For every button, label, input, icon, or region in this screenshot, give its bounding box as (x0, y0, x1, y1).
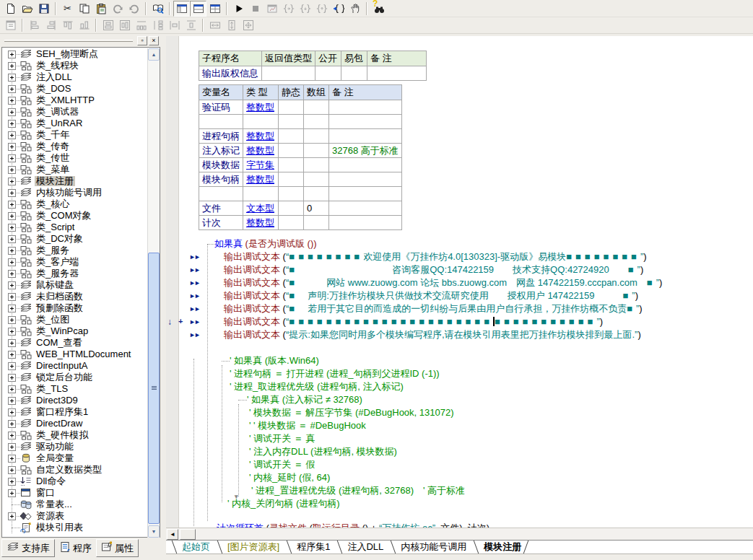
tree-item[interactable]: 类_服务器 (3, 268, 147, 279)
doc-tab[interactable]: 内核功能号调用 (391, 541, 474, 554)
tree-item[interactable]: 类_TLS (3, 383, 147, 395)
tree-item[interactable]: 类_位图 (3, 314, 147, 325)
expand-icon[interactable] (8, 85, 16, 93)
type-link[interactable]: 文本型 (246, 203, 274, 214)
cell[interactable]: 字节集 (243, 158, 279, 172)
cell[interactable]: 整数型 (243, 129, 279, 144)
code-line[interactable]: ' 调试开关 ＝ 假 (249, 458, 315, 471)
code-line[interactable]: 输出调试文本 (“■ 声明:万挂作坊模块只供做技术交流研究使用 授权用户 147… (224, 289, 638, 302)
dbgwin-button[interactable] (264, 1, 280, 17)
formwin-button[interactable] (2, 17, 19, 33)
brace1-button[interactable] (280, 1, 297, 17)
expand-icon[interactable] (8, 235, 16, 243)
tree-item[interactable]: 类_客户端 (3, 256, 147, 268)
code-line[interactable]: ' 进程_取进程优先级 (进程句柄, 注入标记) (230, 380, 404, 393)
copy-button[interactable] (76, 1, 92, 17)
tree-scrollbar[interactable]: ▲ ▼ (147, 48, 160, 538)
tree-item[interactable]: 窗口 (3, 487, 147, 499)
code-line[interactable]: 输出调试文本 (“■■■■■■■■■■■■■■■■■■■■■■■■■■■■■■■… (224, 315, 603, 328)
open-button[interactable] (19, 1, 35, 17)
cell[interactable]: 整数型 (243, 216, 279, 230)
tree-item[interactable]: 类_XMLHTTP (3, 95, 147, 106)
expand-icon[interactable] (8, 455, 16, 463)
expand-icon[interactable] (8, 489, 16, 497)
paste-button[interactable] (92, 1, 109, 17)
tree-item[interactable]: 预删除函数 (3, 302, 147, 314)
tree-item[interactable]: 窗口程序集1 (3, 406, 147, 418)
expand-icon[interactable] (8, 443, 16, 451)
code-line[interactable]: 输出调试文本 (“■■■■■■■■欢迎使用《万挂作坊4.0[130323]-驱动… (224, 250, 647, 263)
expand-icon[interactable] (8, 51, 16, 58)
tree-item[interactable]: 类_线程块 (3, 60, 147, 71)
panel-tab-支持库[interactable]: 支持库 (1, 539, 55, 557)
cell[interactable]: 整数型 (243, 144, 279, 158)
helpfind-button[interactable]: ? (370, 1, 387, 17)
panel-tab-程序[interactable]: 程序 (55, 539, 96, 557)
arrH-button[interactable] (133, 17, 149, 33)
expand-icon[interactable] (8, 374, 16, 382)
tree-item[interactable]: SEH_物理断点 (3, 48, 147, 60)
doc-tab[interactable]: 模块注册 (474, 541, 528, 554)
expand-icon[interactable] (8, 328, 16, 336)
code-line[interactable]: 输出调试文本 (“提示:如果您同时用多个模块编写程序,请在模块引用表里把万挂作坊… (224, 328, 641, 341)
expand-icon[interactable] (8, 339, 16, 347)
cut-button[interactable]: ✂ (59, 1, 76, 17)
expand-icon[interactable] (8, 316, 16, 324)
code-line[interactable]: ' 内核_延时 (假, 64) (249, 471, 330, 484)
tree-item[interactable]: WEB_HTMLDocument (3, 349, 147, 360)
run-button[interactable] (230, 1, 247, 17)
expand-icon[interactable] (8, 108, 16, 116)
expand-icon[interactable] (8, 466, 16, 474)
cell[interactable]: 整数型 (243, 100, 279, 115)
tree-item[interactable]: 类_WinPcap (3, 325, 147, 337)
expand-icon[interactable] (8, 166, 16, 174)
expand-icon[interactable] (8, 408, 16, 416)
scroll-left-button[interactable]: ◄ (167, 529, 178, 540)
type-link[interactable]: 整数型 (246, 174, 274, 185)
expand-icon[interactable] (8, 432, 16, 439)
save-button[interactable] (35, 1, 52, 17)
new-button[interactable] (2, 1, 19, 17)
scroll-up-button[interactable]: ▲ (148, 48, 160, 61)
tree-item[interactable]: 内核功能号调用 (3, 187, 147, 198)
tree-item[interactable]: 类_Script (3, 222, 147, 233)
tree-item[interactable]: 类_千年 (3, 129, 147, 141)
code-line[interactable]: ' ' 模块数据 ＝ #DeBugHook (249, 419, 366, 432)
expand-icon[interactable] (8, 189, 16, 197)
expand-icon[interactable] (8, 74, 16, 82)
panel-splitter[interactable] (160, 36, 166, 560)
expand-icon[interactable] (8, 258, 16, 266)
code-line[interactable]: ' 进程句柄 ＝ 打开进程 (进程_句柄到父进程ID (-1)) (230, 367, 440, 380)
tree-item[interactable]: 类_调试器 (3, 106, 147, 118)
tree-item[interactable]: Dll命令 (3, 476, 147, 487)
tree-item[interactable]: 驱动功能 (3, 441, 147, 452)
code-line[interactable]: ' 模块数据 ＝ 解压字节集 (#DeBugHook, 131072) (249, 406, 454, 419)
tree-item[interactable]: 鼠标键盘 (3, 279, 147, 291)
cell[interactable]: 文本型 (243, 201, 279, 216)
tree-item[interactable]: 模块引用表 (3, 522, 147, 533)
tree-item[interactable]: 类_传奇 (3, 141, 147, 152)
code-line[interactable]: 输出调试文本 (“■ 咨询客服QQ:147422159 技术支持QQ:42724… (224, 263, 643, 276)
layoutG-button[interactable] (206, 1, 223, 17)
tree-item[interactable]: DirectInputA (3, 360, 147, 372)
doc-tab[interactable]: 程序集1 (287, 541, 337, 554)
code-line[interactable]: ' 调试开关 ＝ 真 (249, 432, 315, 445)
tree-item[interactable]: 类_服务 (3, 245, 147, 256)
tree-item[interactable]: 模块注册 (3, 175, 147, 187)
bracecur-button[interactable] (330, 1, 347, 17)
expand-icon[interactable] (8, 385, 16, 393)
layoutL-button[interactable] (173, 1, 190, 17)
doc-tab[interactable]: 注入DLL (337, 541, 391, 554)
code-line[interactable]: 输出调试文本 (“■ 若用于其它目的而造成的一切纠纷与后果由用户自行承担，万挂作… (224, 302, 643, 315)
code-line[interactable]: ' 进程_置进程优先级 (进程句柄, 32768) ' 高于标准 (251, 484, 465, 497)
tree-item[interactable]: 注入DLL (3, 71, 147, 83)
alT-button[interactable] (59, 17, 76, 33)
panel-tab-属性[interactable]: 属性 (96, 539, 139, 557)
code-line[interactable]: ' 如果真 (版本.Win64) (230, 354, 319, 367)
tree-item[interactable]: 未归档函数 (3, 291, 147, 302)
expand-icon[interactable] (8, 247, 16, 255)
expand-icon[interactable] (8, 270, 16, 278)
expand-icon[interactable] (8, 178, 16, 185)
tree-item[interactable]: 资源表 (3, 510, 147, 522)
expand-icon[interactable] (8, 478, 16, 486)
